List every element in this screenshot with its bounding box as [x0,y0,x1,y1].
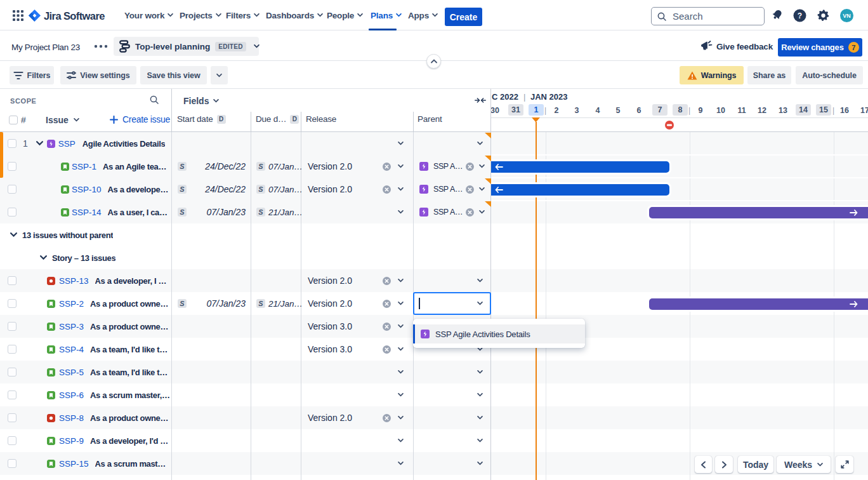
svg-text:?: ? [798,11,802,20]
